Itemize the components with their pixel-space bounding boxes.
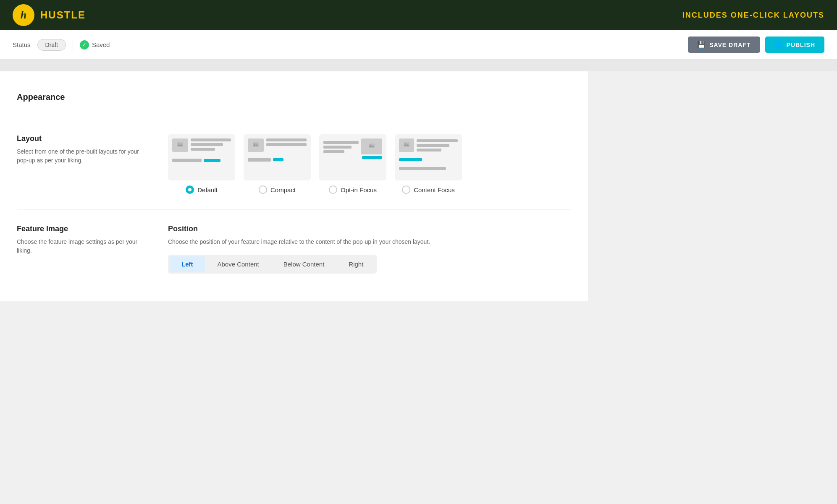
layout-preview-default xyxy=(168,134,235,180)
layout-label-default: Default xyxy=(197,186,218,193)
layout-options: Default xyxy=(168,134,462,194)
header-left: h HUSTLE xyxy=(13,4,86,26)
layout-description: Select from one of the pre-built layouts… xyxy=(17,147,151,165)
radio-default[interactable] xyxy=(186,185,194,194)
toolbar-divider xyxy=(73,39,73,51)
position-tab-left[interactable]: Left xyxy=(170,256,205,272)
position-description: Choose the position of your feature imag… xyxy=(168,238,571,246)
toolbar-left: Status Draft ✓ Saved xyxy=(13,39,688,51)
layout-radio-default[interactable]: Default xyxy=(186,185,218,194)
layout-label-opt-in-focus: Opt-in Focus xyxy=(341,186,377,193)
logo-icon: h xyxy=(13,4,34,26)
svg-point-3 xyxy=(254,144,255,145)
publish-button[interactable]: 🌐 PUBLISH xyxy=(765,37,824,53)
svg-rect-6 xyxy=(404,142,409,147)
layout-card-opt-in-focus[interactable]: Opt-in Focus xyxy=(319,134,386,194)
layout-preview-compact xyxy=(244,134,311,180)
status-label: Status xyxy=(13,41,31,48)
svg-point-7 xyxy=(405,144,406,145)
layout-radio-opt-in-focus[interactable]: Opt-in Focus xyxy=(329,185,377,194)
saved-status: ✓ Saved xyxy=(80,40,110,50)
svg-rect-2 xyxy=(253,142,259,147)
publish-icon: 🌐 xyxy=(774,41,783,49)
layout-radio-content-focus[interactable]: Content Focus xyxy=(402,185,455,194)
svg-point-1 xyxy=(178,144,180,145)
feature-image-heading: Feature Image xyxy=(17,225,151,233)
feature-image-description: Choose the feature image settings as per… xyxy=(17,238,151,255)
toolbar: Status Draft ✓ Saved 💾 SAVE DRAFT 🌐 PUBL… xyxy=(0,30,837,60)
layout-card-compact[interactable]: Compact xyxy=(244,134,311,194)
layout-preview-content-focus xyxy=(395,134,462,180)
position-tab-right[interactable]: Right xyxy=(337,256,375,272)
position-section: Position Choose the position of your fea… xyxy=(168,225,571,274)
appearance-title: Appearance xyxy=(17,92,571,102)
feature-image-section: Feature Image Choose the feature image s… xyxy=(17,209,571,289)
status-badge: Draft xyxy=(37,39,66,51)
radio-content-focus[interactable] xyxy=(402,185,410,194)
svg-rect-0 xyxy=(177,142,183,147)
radio-opt-in-focus[interactable] xyxy=(329,185,337,194)
radio-compact[interactable] xyxy=(259,185,267,194)
check-icon: ✓ xyxy=(80,40,89,50)
svg-point-5 xyxy=(370,145,371,146)
layout-card-default[interactable]: Default xyxy=(168,134,235,194)
layout-section: Layout Select from one of the pre-built … xyxy=(17,119,571,209)
save-draft-button[interactable]: 💾 SAVE DRAFT xyxy=(688,37,760,53)
header-tagline: INCLUDES ONE-CLICK LAYOUTS xyxy=(682,11,824,20)
position-label: Position xyxy=(168,225,571,233)
layout-radio-compact[interactable]: Compact xyxy=(259,185,296,194)
layout-heading: Layout xyxy=(17,134,151,143)
layout-card-content-focus[interactable]: Content Focus xyxy=(395,134,462,194)
position-tab-above-content[interactable]: Above Content xyxy=(206,256,271,272)
feature-image-left: Feature Image Choose the feature image s… xyxy=(17,225,151,274)
toolbar-right: 💾 SAVE DRAFT 🌐 PUBLISH xyxy=(688,37,824,53)
save-draft-icon: 💾 xyxy=(697,41,706,49)
layout-preview-opt-in-focus xyxy=(319,134,386,180)
layout-label-content-focus: Content Focus xyxy=(414,186,455,193)
brand-name: HUSTLE xyxy=(40,9,86,21)
layout-label-compact: Compact xyxy=(270,186,296,193)
layout-left: Layout Select from one of the pre-built … xyxy=(17,134,151,194)
saved-text: Saved xyxy=(92,41,110,48)
save-draft-label: SAVE DRAFT xyxy=(709,42,750,48)
header: h HUSTLE INCLUDES ONE-CLICK LAYOUTS xyxy=(0,0,837,30)
gray-bar xyxy=(0,60,837,71)
position-tabs: Left Above Content Below Content Right xyxy=(168,255,377,274)
main-content: Appearance Layout Select from one of the… xyxy=(0,71,588,301)
svg-rect-4 xyxy=(369,144,375,148)
position-tab-below-content[interactable]: Below Content xyxy=(272,256,336,272)
publish-label: PUBLISH xyxy=(787,42,815,48)
